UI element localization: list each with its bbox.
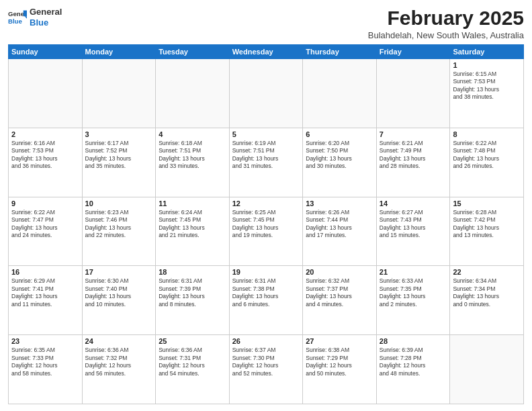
col-wednesday: Wednesday (229, 45, 303, 59)
calendar-cell: 1Sunrise: 6:15 AM Sunset: 7:53 PM Daylig… (450, 59, 524, 128)
day-number: 1 (453, 61, 521, 69)
cell-info: Sunrise: 6:28 AM Sunset: 7:42 PM Dayligh… (453, 209, 521, 240)
calendar-cell: 14Sunrise: 6:27 AM Sunset: 7:43 PM Dayli… (376, 197, 450, 266)
day-number: 8 (453, 130, 521, 138)
day-number: 28 (380, 337, 447, 345)
col-monday: Monday (82, 45, 156, 59)
calendar-cell (229, 59, 303, 128)
cell-info: Sunrise: 6:20 AM Sunset: 7:50 PM Dayligh… (306, 140, 373, 171)
calendar-header-row: Sunday Monday Tuesday Wednesday Thursday… (9, 45, 524, 59)
cell-info: Sunrise: 6:29 AM Sunset: 7:41 PM Dayligh… (11, 277, 79, 308)
calendar-cell: 22Sunrise: 6:34 AM Sunset: 7:34 PM Dayli… (450, 266, 524, 335)
day-number: 18 (159, 268, 226, 276)
calendar-cell: 2Sunrise: 6:16 AM Sunset: 7:53 PM Daylig… (9, 128, 83, 197)
cell-info: Sunrise: 6:31 AM Sunset: 7:39 PM Dayligh… (159, 277, 226, 308)
calendar-cell (156, 59, 230, 128)
day-number: 5 (232, 130, 300, 138)
logo-general: General (30, 7, 62, 17)
cell-info: Sunrise: 6:34 AM Sunset: 7:34 PM Dayligh… (453, 277, 521, 308)
day-number: 4 (159, 130, 226, 138)
calendar-cell: 5Sunrise: 6:19 AM Sunset: 7:51 PM Daylig… (229, 128, 303, 197)
cell-info: Sunrise: 6:17 AM Sunset: 7:52 PM Dayligh… (85, 140, 153, 171)
day-number: 3 (85, 130, 153, 138)
calendar-cell: 19Sunrise: 6:31 AM Sunset: 7:38 PM Dayli… (229, 266, 303, 335)
day-number: 10 (85, 199, 153, 208)
calendar-cell: 25Sunrise: 6:36 AM Sunset: 7:31 PM Dayli… (156, 335, 230, 404)
cell-info: Sunrise: 6:22 AM Sunset: 7:48 PM Dayligh… (453, 140, 521, 171)
day-number: 25 (159, 337, 226, 345)
day-number: 11 (159, 199, 226, 208)
location: Bulahdelah, New South Wales, Australia (368, 30, 524, 40)
calendar-cell: 6Sunrise: 6:20 AM Sunset: 7:50 PM Daylig… (303, 128, 377, 197)
cell-info: Sunrise: 6:37 AM Sunset: 7:30 PM Dayligh… (232, 347, 300, 377)
day-number: 15 (453, 199, 521, 208)
header: General Blue General Blue February 2025 … (8, 7, 524, 40)
calendar-cell (9, 59, 83, 128)
day-number: 27 (306, 337, 373, 345)
cell-info: Sunrise: 6:18 AM Sunset: 7:51 PM Dayligh… (159, 140, 226, 171)
calendar-cell (82, 59, 156, 128)
calendar-cell: 24Sunrise: 6:36 AM Sunset: 7:32 PM Dayli… (82, 335, 156, 404)
calendar-cell: 20Sunrise: 6:32 AM Sunset: 7:37 PM Dayli… (303, 266, 377, 335)
day-number: 7 (380, 130, 447, 138)
calendar-week-row: 9Sunrise: 6:22 AM Sunset: 7:47 PM Daylig… (9, 197, 524, 266)
calendar-cell (303, 59, 377, 128)
calendar-week-row: 23Sunrise: 6:35 AM Sunset: 7:33 PM Dayli… (9, 335, 524, 404)
cell-info: Sunrise: 6:27 AM Sunset: 7:43 PM Dayligh… (380, 209, 447, 240)
day-number: 13 (306, 199, 373, 208)
calendar-table: Sunday Monday Tuesday Wednesday Thursday… (8, 44, 524, 404)
calendar-cell (376, 59, 450, 128)
day-number: 14 (380, 199, 447, 208)
day-number: 21 (380, 268, 447, 276)
svg-marker-2 (24, 10, 27, 16)
cell-info: Sunrise: 6:26 AM Sunset: 7:44 PM Dayligh… (306, 209, 373, 240)
cell-info: Sunrise: 6:15 AM Sunset: 7:53 PM Dayligh… (453, 71, 521, 101)
calendar-cell: 18Sunrise: 6:31 AM Sunset: 7:39 PM Dayli… (156, 266, 230, 335)
cell-info: Sunrise: 6:35 AM Sunset: 7:33 PM Dayligh… (11, 347, 79, 377)
svg-text:Blue: Blue (8, 17, 22, 24)
day-number: 2 (11, 130, 79, 138)
calendar-week-row: 1Sunrise: 6:15 AM Sunset: 7:53 PM Daylig… (9, 59, 524, 128)
calendar-cell: 4Sunrise: 6:18 AM Sunset: 7:51 PM Daylig… (156, 128, 230, 197)
calendar-cell: 21Sunrise: 6:33 AM Sunset: 7:35 PM Dayli… (376, 266, 450, 335)
calendar-cell: 7Sunrise: 6:21 AM Sunset: 7:49 PM Daylig… (376, 128, 450, 197)
cell-info: Sunrise: 6:23 AM Sunset: 7:46 PM Dayligh… (85, 209, 153, 240)
page: General Blue General Blue February 2025 … (0, 0, 532, 411)
cell-info: Sunrise: 6:39 AM Sunset: 7:28 PM Dayligh… (380, 347, 447, 377)
calendar-cell: 26Sunrise: 6:37 AM Sunset: 7:30 PM Dayli… (229, 335, 303, 404)
calendar-cell: 17Sunrise: 6:30 AM Sunset: 7:40 PM Dayli… (82, 266, 156, 335)
cell-info: Sunrise: 6:19 AM Sunset: 7:51 PM Dayligh… (232, 140, 300, 171)
calendar-cell: 8Sunrise: 6:22 AM Sunset: 7:48 PM Daylig… (450, 128, 524, 197)
title-block: February 2025 Bulahdelah, New South Wale… (368, 7, 524, 40)
calendar-cell: 15Sunrise: 6:28 AM Sunset: 7:42 PM Dayli… (450, 197, 524, 266)
col-friday: Friday (376, 45, 450, 59)
calendar-cell: 27Sunrise: 6:38 AM Sunset: 7:29 PM Dayli… (303, 335, 377, 404)
logo-blue: Blue (30, 17, 62, 28)
cell-info: Sunrise: 6:21 AM Sunset: 7:49 PM Dayligh… (380, 140, 447, 171)
calendar-week-row: 16Sunrise: 6:29 AM Sunset: 7:41 PM Dayli… (9, 266, 524, 335)
day-number: 19 (232, 268, 300, 276)
calendar-cell: 13Sunrise: 6:26 AM Sunset: 7:44 PM Dayli… (303, 197, 377, 266)
calendar-cell: 3Sunrise: 6:17 AM Sunset: 7:52 PM Daylig… (82, 128, 156, 197)
day-number: 17 (85, 268, 153, 276)
day-number: 9 (11, 199, 79, 208)
col-thursday: Thursday (303, 45, 377, 59)
col-saturday: Saturday (450, 45, 524, 59)
logo: General Blue General Blue (8, 7, 62, 28)
cell-info: Sunrise: 6:33 AM Sunset: 7:35 PM Dayligh… (380, 277, 447, 308)
day-number: 20 (306, 268, 373, 276)
col-tuesday: Tuesday (156, 45, 230, 59)
col-sunday: Sunday (9, 45, 83, 59)
day-number: 12 (232, 199, 300, 208)
calendar-cell: 23Sunrise: 6:35 AM Sunset: 7:33 PM Dayli… (9, 335, 83, 404)
calendar-cell: 11Sunrise: 6:24 AM Sunset: 7:45 PM Dayli… (156, 197, 230, 266)
calendar-cell: 9Sunrise: 6:22 AM Sunset: 7:47 PM Daylig… (9, 197, 83, 266)
cell-info: Sunrise: 6:25 AM Sunset: 7:45 PM Dayligh… (232, 209, 300, 240)
calendar-cell: 16Sunrise: 6:29 AM Sunset: 7:41 PM Dayli… (9, 266, 83, 335)
cell-info: Sunrise: 6:31 AM Sunset: 7:38 PM Dayligh… (232, 277, 300, 308)
cell-info: Sunrise: 6:24 AM Sunset: 7:45 PM Dayligh… (159, 209, 226, 240)
cell-info: Sunrise: 6:32 AM Sunset: 7:37 PM Dayligh… (306, 277, 373, 308)
cell-info: Sunrise: 6:22 AM Sunset: 7:47 PM Dayligh… (11, 209, 79, 240)
day-number: 6 (306, 130, 373, 138)
calendar-cell: 12Sunrise: 6:25 AM Sunset: 7:45 PM Dayli… (229, 197, 303, 266)
